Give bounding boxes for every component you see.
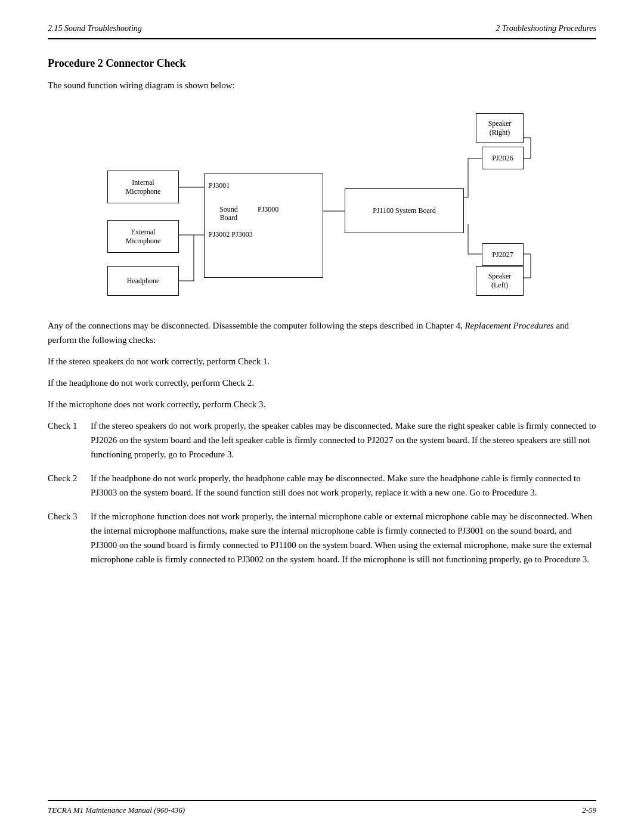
check-3-content: If the microphone function does not work…	[91, 509, 596, 566]
pj3001-label: PJ3001	[209, 181, 230, 190]
intro-text: The sound function wiring diagram is sho…	[48, 80, 596, 91]
speaker-left-box: Speaker(Left)	[476, 266, 524, 296]
pj2026-box: PJ2026	[482, 147, 524, 169]
pj2027-box: PJ2027	[482, 243, 524, 266]
body-para-2: If the stereo speakers do not work corre…	[48, 354, 596, 368]
pj3002-pj3003-label: PJ3002 PJ3003	[209, 230, 253, 239]
check-3: Check 3 If the microphone function does …	[48, 509, 596, 566]
speaker-right-box: Speaker(Right)	[476, 113, 524, 143]
body-para-3: If the headphone do not work correctly, …	[48, 376, 596, 390]
system-board-box: PJ1100 System Board	[345, 188, 464, 233]
sound-board-label: SoundBoard	[219, 205, 238, 222]
header-left: 2.15 Sound Troubleshooting	[48, 24, 142, 33]
headphone-box: Headphone	[107, 266, 179, 296]
check-1-content: If the stereo speakers do not work prope…	[91, 419, 596, 462]
body-para-4: If the microphone does not work correctl…	[48, 397, 596, 411]
pj3000-label: PJ3000	[258, 205, 278, 214]
check-2-label: Check 2	[48, 471, 91, 500]
check-1: Check 1 If the stereo speakers do not wo…	[48, 419, 596, 462]
check-2-content: If the headphone do not work properly, t…	[91, 471, 596, 500]
check-1-label: Check 1	[48, 419, 91, 462]
italic-text: Replacement Procedures	[465, 321, 553, 330]
page-header: 2.15 Sound Troubleshooting 2 Troubleshoo…	[48, 24, 596, 39]
check-2: Check 2 If the headphone do not work pro…	[48, 471, 596, 500]
page: 2.15 Sound Troubleshooting 2 Troubleshoo…	[0, 0, 644, 833]
page-footer: TECRA M1 Maintenance Manual (960-436) 2-…	[48, 800, 596, 815]
external-mic-box: ExternalMicrophone	[107, 220, 179, 253]
header-right: 2 Troubleshooting Procedures	[496, 24, 596, 33]
internal-mic-box: InternalMicrophone	[107, 171, 179, 203]
wiring-diagram: InternalMicrophone ExternalMicrophone He…	[48, 105, 596, 302]
body-para-1: Any of the connections may be disconnect…	[48, 318, 596, 347]
footer-right: 2-59	[582, 806, 596, 815]
check-3-label: Check 3	[48, 509, 91, 566]
footer-left: TECRA M1 Maintenance Manual (960-436)	[48, 806, 185, 815]
procedure-heading: Procedure 2 Connector Check	[48, 57, 596, 70]
